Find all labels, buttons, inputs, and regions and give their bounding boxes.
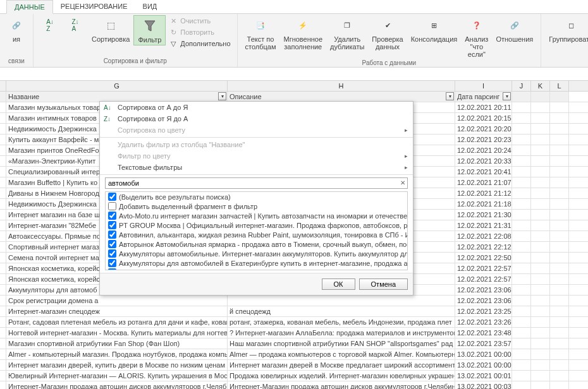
cancel-button[interactable]: Отмена — [359, 278, 408, 290]
cell-name[interactable]: Срок регистрации домена a — [6, 296, 228, 306]
cell-desc[interactable]: Интернет магазин дверей в Москве предлаг… — [228, 360, 455, 370]
table-row[interactable]: Интернет магазин дверей, купить двери в … — [0, 360, 588, 371]
cell-date[interactable]: 12.02.2021 22:50:00 — [455, 253, 512, 263]
cell-date[interactable]: 12.02.2021 23:57:29 — [455, 338, 512, 349]
cell-desc[interactable]: ? Интернет-магазин АллаБелла: продажа ма… — [228, 328, 455, 338]
filter-by-color-item[interactable]: Фильтр по цвету — [100, 150, 413, 162]
remove-duplicates-button[interactable]: ❐Удалить дубликаты — [326, 15, 368, 52]
col-header-j[interactable]: J — [512, 81, 531, 91]
cell-date[interactable]: 12.02.2021 23:06:53 — [455, 285, 512, 295]
filter-button[interactable]: Фильтр — [133, 15, 166, 45]
cell-date[interactable]: 12.02.2021 23:26:45 — [455, 317, 512, 327]
flash-fill-button[interactable]: ⚡Мгновенное заполнение — [279, 15, 326, 52]
col-header-g[interactable]: G — [6, 81, 228, 91]
table-row[interactable]: Срок регистрации домена a12.02.2021 23:0… — [0, 296, 588, 306]
filter-value-checkbox[interactable] — [108, 230, 116, 239]
reapply-filter-button[interactable]: ↻Повторить — [166, 27, 233, 38]
table-row[interactable]: Магазин спортивной атрибутики Fan Shop (… — [0, 338, 588, 349]
filter-value-item[interactable]: Аккумуляторы для автомобилей в Екатеринб… — [106, 258, 407, 268]
cell-date[interactable]: 12.02.2021 20:11:25 — [455, 102, 512, 112]
table-row[interactable]: Интернет-магазин спецодежй спецодежд12.0… — [0, 306, 588, 317]
filter-value-item[interactable]: Avto-Moto.ru интернет магазин запчастей … — [106, 211, 407, 220]
group-button[interactable]: ◻Группировать — [545, 15, 588, 44]
cell-date[interactable]: 13.02.2021 00:00:48 — [455, 360, 512, 370]
advanced-filter-button[interactable]: ▽Дополнительно — [166, 38, 233, 49]
col-header-h[interactable]: H — [228, 81, 455, 91]
filter-dropdown-name[interactable]: ▾ — [218, 92, 226, 100]
sort-by-color-item[interactable]: Сортировка по цвету — [100, 124, 413, 136]
cell-date[interactable]: 12.02.2021 23:48:31 — [455, 328, 512, 338]
col-header-l[interactable]: L — [550, 81, 569, 91]
cell-name[interactable]: Ювелирный Интернет-магазин — ALORIS. Куп… — [6, 371, 228, 381]
cell-name[interactable]: Магазин спортивной атрибутики Fan Shop (… — [6, 338, 228, 349]
cell-desc[interactable]: Продажа ювелирных изделий. Интернет-мага… — [228, 371, 455, 381]
filter-value-item[interactable]: Авторынок Автомобильная ярмарка - продаж… — [106, 239, 407, 249]
filter-value-item[interactable]: Запчасти для корейских автомобилей в Мос… — [106, 268, 407, 270]
cell-desc[interactable] — [228, 296, 455, 306]
sort-za-item[interactable]: Z↓Сортировка от Я до А — [100, 113, 413, 124]
table-row[interactable]: Интернет-Магазин продажа автошин дисков … — [0, 381, 588, 389]
cell-date[interactable]: 12.02.2021 20:15:20 — [455, 113, 512, 123]
cell-date[interactable]: 12.02.2021 20:24:07 — [455, 145, 512, 155]
filter-value-checkbox[interactable] — [108, 202, 116, 210]
cell-date[interactable]: 12.02.2021 20:33:17 — [455, 156, 512, 166]
clear-filter-button[interactable]: ✕Очистить — [166, 15, 233, 27]
cell-date[interactable]: 13.02.2021 00:03:19 — [455, 381, 512, 389]
consolidate-button[interactable]: ⊞Консолидация — [407, 15, 462, 44]
cell-desc[interactable]: Наш магазин спортивной атрибутики FAN SH… — [228, 338, 455, 349]
cell-date[interactable]: 12.02.2021 21:12:13 — [455, 188, 512, 198]
col-header-i[interactable]: I — [455, 81, 512, 91]
cell-name[interactable]: Интернет-магазин спецодеж — [6, 306, 228, 316]
col-header-k[interactable]: K — [531, 81, 550, 91]
cell-date[interactable]: 12.02.2021 21:31:47 — [455, 220, 512, 230]
table-row[interactable]: Ротанг, садовая плетеная мебель из ротан… — [0, 317, 588, 328]
filter-value-item[interactable]: Добавить выделенный фрагмент в фильтр — [106, 201, 407, 211]
cell-date[interactable]: 12.02.2021 22:08:00 — [455, 231, 512, 241]
cell-name[interactable]: Интернет магазин дверей, купить двери в … — [6, 360, 228, 370]
ok-button[interactable]: ОК — [322, 278, 355, 290]
whatif-button[interactable]: ❓Анализ "что если" — [461, 15, 492, 59]
table-row[interactable]: Almer - компьютерный магазин. Продажа но… — [0, 349, 588, 360]
cell-date[interactable]: 12.02.2021 22:57:04 — [455, 263, 512, 273]
cell-date[interactable]: 12.02.2021 21:30:12 — [455, 210, 512, 220]
cell-desc[interactable]: Интернет-Магазин продажа автошин дисков … — [228, 381, 455, 389]
tab-view[interactable]: ВИД — [135, 0, 165, 13]
clear-col-filter-item[interactable]: Удалить фильтр из столбца "Название" — [100, 139, 413, 150]
cell-date[interactable]: 12.02.2021 20:23:29 — [455, 135, 512, 145]
cell-desc[interactable]: Almer — продажа компьютеров с торговой м… — [228, 349, 455, 359]
filter-value-item[interactable]: Аккумуляторы автомобильные. Интернет-маг… — [106, 249, 407, 258]
cell-name[interactable]: Интернет-Магазин продажа автошин дисков … — [6, 381, 228, 389]
cell-date[interactable]: 12.02.2021 20:20:31 — [455, 124, 512, 134]
sort-az-item[interactable]: A↓Сортировка от А до Я — [100, 102, 413, 113]
select-all-results[interactable]: (Выделить все результаты поиска) — [106, 192, 407, 201]
cell-name[interactable]: Ротанг, садовая плетеная мебель из ротан… — [6, 317, 228, 327]
refresh-links-button[interactable]: 🔗 ия — [4, 15, 29, 44]
filter-value-item[interactable]: Автовинил, алькантара, жидкая резина Rub… — [106, 230, 407, 239]
cell-date[interactable]: 12.02.2021 22:12:35 — [455, 242, 512, 252]
cell-date[interactable]: 12.02.2021 21:07:54 — [455, 177, 512, 188]
cell-date[interactable]: 13.02.2021 00:00:32 — [455, 349, 512, 359]
filter-dropdown-desc[interactable]: ▾ — [446, 92, 454, 100]
sort-button[interactable]: ⬚Сортировка — [88, 15, 133, 44]
cell-name[interactable]: Almer - компьютерный магазин. Продажа но… — [6, 349, 228, 359]
text-to-columns-button[interactable]: 📑Текст по столбцам — [242, 15, 280, 52]
cell-date[interactable]: 13.02.2021 00:01:43 — [455, 371, 512, 381]
filter-value-checkbox[interactable] — [108, 221, 116, 229]
cell-date[interactable]: 12.02.2021 23:25:21 — [455, 306, 512, 316]
table-row[interactable]: Ногтевой интернет-магазин - Москва. Купи… — [0, 328, 588, 338]
filter-value-checkbox[interactable] — [108, 259, 116, 267]
select-all-checkbox[interactable] — [108, 193, 116, 201]
filter-value-checkbox[interactable] — [108, 240, 116, 248]
cell-date[interactable]: 12.02.2021 22:57:06 — [455, 274, 512, 284]
tab-data[interactable]: ДАННЫЕ — [6, 0, 53, 14]
cell-date[interactable]: 12.02.2021 23:06:53 — [455, 296, 512, 306]
filter-value-checkbox[interactable] — [108, 212, 116, 220]
filter-search-input[interactable] — [105, 177, 408, 189]
filter-dropdown-date[interactable]: ▾ — [503, 92, 511, 100]
cell-date[interactable]: 12.02.2021 20:41:11 — [455, 167, 512, 177]
clear-search-icon[interactable]: ✕ — [400, 179, 405, 186]
col-header-f[interactable] — [0, 81, 6, 91]
filter-value-checkbox[interactable] — [108, 268, 116, 270]
sort-az-button[interactable]: A↓Z — [37, 15, 63, 37]
text-filters-item[interactable]: Текстовые фильтры — [100, 162, 413, 173]
